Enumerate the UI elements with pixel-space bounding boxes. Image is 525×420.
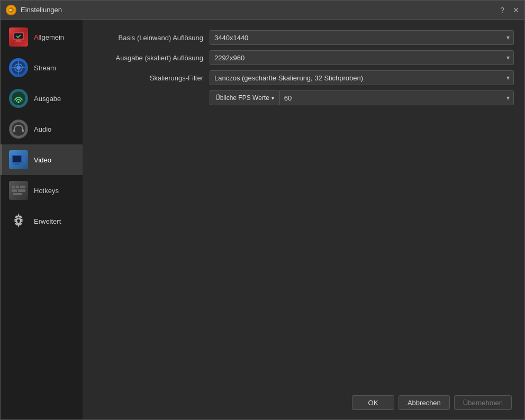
sidebar: Allgemein bbox=[1, 20, 83, 419]
ausgabe-label: Ausgabe bbox=[34, 95, 61, 103]
hotkeys-label: Hotkeys bbox=[34, 187, 59, 195]
skalierungs-filter-row: Skalierungs-Filter Lanczos (geschärfte S… bbox=[93, 70, 514, 85]
svg-point-12 bbox=[12, 122, 25, 136]
svg-rect-24 bbox=[13, 193, 22, 195]
audio-icon bbox=[9, 120, 28, 139]
titlebar: Einstellungen ? ✕ bbox=[1, 1, 524, 20]
allgemein-label: Allgemein bbox=[34, 33, 64, 41]
allgemein-icon bbox=[9, 28, 28, 47]
svg-rect-13 bbox=[13, 129, 15, 132]
sidebar-item-hotkeys[interactable]: Hotkeys bbox=[1, 175, 83, 206]
basis-aufloesung-wrapper: 3440x1440 1920x1080 2560x1440 1280x720 bbox=[210, 30, 514, 45]
window-title: Einstellungen bbox=[21, 6, 62, 14]
fps-select[interactable]: 60 30 25 24 120 bbox=[279, 90, 514, 105]
svg-rect-20 bbox=[16, 186, 19, 188]
help-button[interactable]: ? bbox=[500, 6, 504, 14]
footer: OK Abbrechen Übernehmen bbox=[93, 389, 514, 414]
svg-rect-18 bbox=[13, 164, 21, 165]
erweitert-label: Erweitert bbox=[34, 217, 61, 225]
fps-controls: Übliche FPS Werte ▾ 60 30 25 24 120 bbox=[210, 90, 514, 105]
ausgabe-icon bbox=[9, 89, 28, 108]
sidebar-item-video[interactable]: Video bbox=[1, 144, 83, 175]
ausgabe-aufloesung-wrapper: 2292x960 1920x1080 1280x720 bbox=[210, 50, 514, 65]
svg-point-10 bbox=[12, 92, 25, 105]
svg-rect-16 bbox=[13, 156, 21, 162]
svg-rect-4 bbox=[16, 40, 21, 41]
stream-label: Stream bbox=[34, 64, 56, 72]
svg-rect-14 bbox=[22, 129, 24, 132]
basis-aufloesung-row: Basis (Leinwand) Auflösung 3440x1440 192… bbox=[93, 30, 514, 45]
sidebar-item-ausgabe[interactable]: Ausgabe bbox=[1, 83, 83, 114]
ausgabe-aufloesung-label: Ausgabe (skaliert) Auflösung bbox=[93, 54, 210, 62]
svg-point-11 bbox=[17, 101, 20, 103]
fps-select-wrapper: 60 30 25 24 120 bbox=[279, 90, 514, 105]
close-button[interactable]: ✕ bbox=[513, 6, 519, 14]
ok-button[interactable]: OK bbox=[352, 395, 394, 410]
svg-rect-22 bbox=[12, 189, 17, 192]
titlebar-controls: ? ✕ bbox=[500, 6, 519, 14]
svg-rect-21 bbox=[20, 186, 25, 188]
basis-aufloesung-label: Basis (Leinwand) Auflösung bbox=[93, 34, 210, 42]
svg-rect-23 bbox=[18, 189, 25, 192]
stream-icon bbox=[9, 58, 28, 77]
titlebar-left: Einstellungen bbox=[6, 5, 62, 15]
sidebar-item-audio[interactable]: Audio bbox=[1, 114, 83, 144]
ausgabe-aufloesung-select[interactable]: 2292x960 1920x1080 1280x720 bbox=[210, 50, 514, 65]
skalierungs-filter-select[interactable]: Lanczos (geschärfte Skalierung, 32 Stich… bbox=[210, 70, 514, 85]
video-label: Video bbox=[34, 156, 51, 164]
svg-rect-19 bbox=[12, 186, 15, 188]
hotkeys-icon bbox=[9, 181, 28, 200]
basis-aufloesung-select[interactable]: 3440x1440 1920x1080 2560x1440 1280x720 bbox=[210, 30, 514, 45]
app-icon bbox=[6, 5, 16, 15]
uebernehmen-button[interactable]: Übernehmen bbox=[454, 395, 512, 410]
skalierungs-filter-label: Skalierungs-Filter bbox=[93, 74, 210, 82]
ausgabe-aufloesung-row: Ausgabe (skaliert) Auflösung 2292x960 19… bbox=[93, 50, 514, 65]
main-content: Basis (Leinwand) Auflösung 3440x1440 192… bbox=[83, 20, 524, 419]
sidebar-item-erweitert[interactable]: Erweitert bbox=[1, 206, 83, 236]
settings-area: Basis (Leinwand) Auflösung 3440x1440 192… bbox=[93, 30, 514, 389]
svg-rect-5 bbox=[15, 41, 22, 42]
abbrechen-button[interactable]: Abbrechen bbox=[399, 395, 450, 410]
video-icon bbox=[9, 150, 28, 169]
audio-label: Audio bbox=[34, 125, 51, 133]
skalierungs-filter-wrapper: Lanczos (geschärfte Skalierung, 32 Stich… bbox=[210, 70, 514, 85]
svg-rect-3 bbox=[14, 33, 23, 39]
erweitert-icon bbox=[9, 212, 28, 231]
fps-preset-arrow-icon: ▾ bbox=[271, 95, 274, 101]
sidebar-item-allgemein[interactable]: Allgemein bbox=[1, 22, 83, 52]
fps-row: Übliche FPS Werte ▾ 60 30 25 24 120 bbox=[93, 90, 514, 105]
sidebar-item-stream[interactable]: Stream bbox=[1, 52, 83, 83]
fps-preset-label: Übliche FPS Werte bbox=[215, 94, 269, 102]
svg-rect-17 bbox=[15, 163, 19, 164]
fps-preset-button[interactable]: Übliche FPS Werte ▾ bbox=[210, 90, 279, 105]
settings-window: Einstellungen ? ✕ bbox=[0, 0, 525, 420]
content-area: Allgemein bbox=[1, 20, 524, 419]
